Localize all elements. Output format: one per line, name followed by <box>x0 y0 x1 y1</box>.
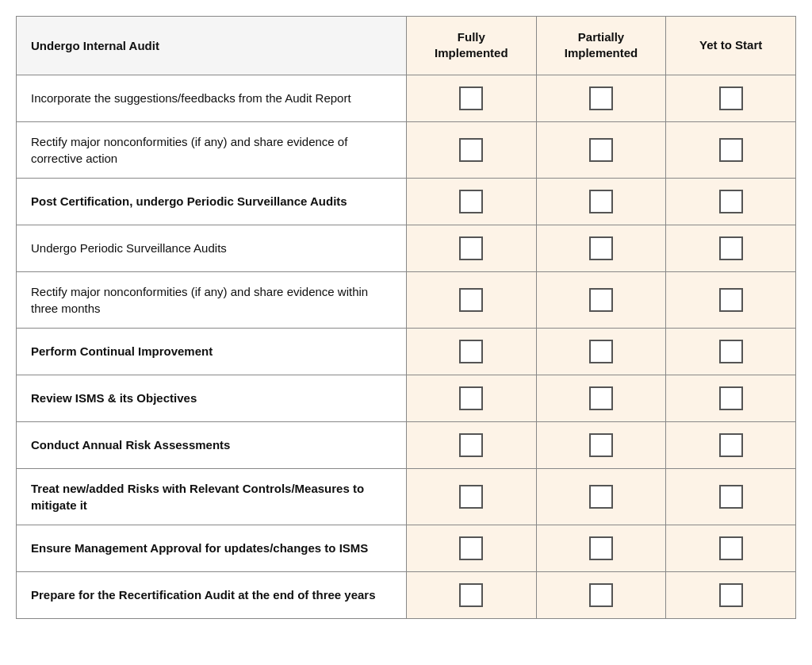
header-col2-text: Partially Implemented <box>565 29 638 62</box>
checkbox-cell[interactable] <box>537 469 667 525</box>
checkbox-box[interactable] <box>459 386 483 410</box>
checkbox-cell[interactable] <box>666 272 795 328</box>
header-col3-text: Yet to Start <box>699 37 762 53</box>
checkbox-box[interactable] <box>459 86 483 110</box>
checkbox-cell[interactable] <box>666 179 795 225</box>
checkbox-cell[interactable] <box>537 422 667 468</box>
checkbox-cell[interactable] <box>666 225 795 271</box>
checkbox-box[interactable] <box>719 433 743 457</box>
row-label: Perform Continual Improvement <box>17 329 407 375</box>
checkbox-cell[interactable] <box>407 329 537 375</box>
checkbox-cell[interactable] <box>666 422 795 468</box>
checkbox-cell[interactable] <box>666 329 795 375</box>
checkbox-cell[interactable] <box>666 525 795 571</box>
row-label-text: Treat new/added Risks with Relevant Cont… <box>31 480 392 513</box>
header-col1-text: Fully Implemented <box>435 29 508 62</box>
checkbox-box[interactable] <box>589 190 613 213</box>
checkbox-box[interactable] <box>459 288 483 312</box>
checkbox-cell[interactable] <box>407 272 537 328</box>
table-row: Conduct Annual Risk Assessments <box>17 422 795 469</box>
checkbox-box[interactable] <box>459 340 483 363</box>
checkbox-box[interactable] <box>719 536 743 560</box>
checkbox-box[interactable] <box>459 138 483 162</box>
checkbox-cell[interactable] <box>407 375 537 421</box>
checkbox-box[interactable] <box>589 288 613 312</box>
checkbox-box[interactable] <box>459 433 483 457</box>
checkbox-box[interactable] <box>719 86 743 110</box>
checkbox-cell[interactable] <box>537 122 667 178</box>
checkbox-box[interactable] <box>719 386 743 410</box>
row-label: Undergo Periodic Surveillance Audits <box>17 225 407 271</box>
checkbox-cell[interactable] <box>537 225 667 271</box>
checkbox-cell[interactable] <box>407 225 537 271</box>
header-label: Undergo Internal Audit <box>17 17 407 75</box>
row-label: Prepare for the Recertification Audit at… <box>17 572 407 618</box>
table-row: Review ISMS & its Objectives <box>17 375 795 422</box>
header-col2: Partially Implemented <box>537 17 667 75</box>
checkbox-cell[interactable] <box>407 122 537 178</box>
checkbox-cell[interactable] <box>666 469 795 525</box>
checkbox-box[interactable] <box>589 386 613 410</box>
checkbox-cell[interactable] <box>537 375 667 421</box>
checkbox-cell[interactable] <box>407 422 537 468</box>
checkbox-box[interactable] <box>589 485 613 509</box>
table-row: Perform Continual Improvement <box>17 329 795 375</box>
checkbox-cell[interactable] <box>537 272 667 328</box>
row-label-text: Undergo Periodic Surveillance Audits <box>31 240 227 256</box>
table-row: Incorporate the suggestions/feedbacks fr… <box>17 75 795 122</box>
header-col3: Yet to Start <box>666 17 795 75</box>
checkbox-box[interactable] <box>589 340 613 363</box>
checkbox-cell[interactable] <box>537 329 667 375</box>
row-label: Rectify major nonconformities (if any) a… <box>17 122 407 178</box>
row-label: Treat new/added Risks with Relevant Cont… <box>17 469 407 525</box>
table-row: Ensure Management Approval for updates/c… <box>17 525 795 572</box>
table-row: Post Certification, undergo Periodic Sur… <box>17 179 795 225</box>
checkbox-cell[interactable] <box>407 525 537 571</box>
checkbox-cell[interactable] <box>537 572 667 618</box>
checkbox-box[interactable] <box>589 86 613 110</box>
checkbox-cell[interactable] <box>537 179 667 225</box>
checkbox-box[interactable] <box>589 536 613 560</box>
checkbox-box[interactable] <box>459 190 483 213</box>
checkbox-box[interactable] <box>459 236 483 260</box>
checkbox-box[interactable] <box>589 236 613 260</box>
checkbox-box[interactable] <box>719 138 743 162</box>
table-row: Rectify major nonconformities (if any) a… <box>17 122 795 179</box>
checkbox-cell[interactable] <box>666 122 795 178</box>
checkbox-box[interactable] <box>719 340 743 363</box>
checkbox-cell[interactable] <box>407 179 537 225</box>
checkbox-cell[interactable] <box>407 469 537 525</box>
checkbox-cell[interactable] <box>666 572 795 618</box>
checkbox-box[interactable] <box>589 138 613 162</box>
checkbox-box[interactable] <box>719 190 743 213</box>
checkbox-box[interactable] <box>719 583 743 607</box>
checkbox-box[interactable] <box>719 485 743 509</box>
checkbox-cell[interactable] <box>407 572 537 618</box>
table-row: Rectify major nonconformities (if any) a… <box>17 272 795 329</box>
row-label-text: Incorporate the suggestions/feedbacks fr… <box>31 90 351 106</box>
row-label-text: Post Certification, undergo Periodic Sur… <box>31 193 347 209</box>
row-label: Review ISMS & its Objectives <box>17 375 407 421</box>
row-label-text: Perform Continual Improvement <box>31 343 213 359</box>
row-label-text: Prepare for the Recertification Audit at… <box>31 586 376 603</box>
checkbox-box[interactable] <box>589 433 613 457</box>
checkbox-box[interactable] <box>719 236 743 260</box>
row-label: Conduct Annual Risk Assessments <box>17 422 407 468</box>
row-label-text: Conduct Annual Risk Assessments <box>31 436 230 453</box>
checkbox-box[interactable] <box>459 485 483 509</box>
checkbox-cell[interactable] <box>537 75 667 121</box>
main-table: Undergo Internal Audit Fully Implemented… <box>16 16 796 619</box>
header-row: Undergo Internal Audit Fully Implemented… <box>17 17 795 75</box>
table-row: Treat new/added Risks with Relevant Cont… <box>17 469 795 525</box>
checkbox-cell[interactable] <box>407 75 537 121</box>
checkbox-box[interactable] <box>589 583 613 607</box>
row-label: Post Certification, undergo Periodic Sur… <box>17 179 407 225</box>
checkbox-box[interactable] <box>459 536 483 560</box>
checkbox-box[interactable] <box>459 583 483 607</box>
checkbox-cell[interactable] <box>666 375 795 421</box>
table-row: Undergo Periodic Surveillance Audits <box>17 225 795 272</box>
checkbox-cell[interactable] <box>537 525 667 571</box>
checkbox-cell[interactable] <box>666 75 795 121</box>
row-label-text: Ensure Management Approval for updates/c… <box>31 540 368 556</box>
checkbox-box[interactable] <box>719 288 743 312</box>
